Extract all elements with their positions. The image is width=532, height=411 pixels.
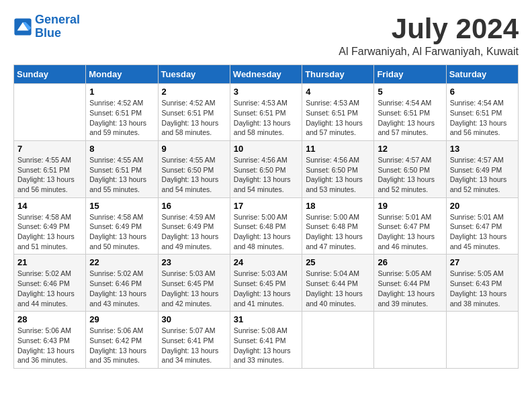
day-number: 9	[162, 144, 226, 154]
calendar-cell: 10Sunrise: 4:56 AM Sunset: 6:50 PM Dayli…	[230, 140, 302, 197]
day-info: Sunrise: 5:04 AM Sunset: 6:44 PM Dayligh…	[306, 269, 370, 308]
day-number: 12	[378, 144, 442, 154]
calendar-cell: 18Sunrise: 5:00 AM Sunset: 6:48 PM Dayli…	[302, 197, 374, 255]
calendar-cell: 29Sunrise: 5:06 AM Sunset: 6:42 PM Dayli…	[86, 312, 158, 369]
day-number: 29	[89, 314, 154, 324]
header-tuesday: Tuesday	[158, 65, 230, 84]
day-info: Sunrise: 4:55 AM Sunset: 6:51 PM Dayligh…	[89, 155, 154, 195]
header-friday: Friday	[374, 65, 446, 84]
calendar-cell: 24Sunrise: 5:03 AM Sunset: 6:45 PM Dayli…	[230, 255, 302, 312]
day-number: 23	[162, 257, 226, 267]
calendar-cell: 14Sunrise: 4:58 AM Sunset: 6:49 PM Dayli…	[14, 197, 86, 255]
day-number: 28	[17, 314, 82, 324]
header-row: SundayMondayTuesdayWednesdayThursdayFrid…	[14, 65, 519, 84]
day-info: Sunrise: 4:58 AM Sunset: 6:49 PM Dayligh…	[17, 212, 82, 252]
day-info: Sunrise: 5:08 AM Sunset: 6:41 PM Dayligh…	[234, 326, 298, 365]
logo-line2: Blue	[35, 26, 61, 40]
calendar-cell: 9Sunrise: 4:55 AM Sunset: 6:50 PM Daylig…	[158, 140, 230, 197]
day-number: 17	[234, 201, 298, 211]
day-number: 5	[378, 87, 442, 97]
header-wednesday: Wednesday	[230, 65, 302, 84]
day-number: 2	[162, 87, 226, 97]
day-info: Sunrise: 5:00 AM Sunset: 6:48 PM Dayligh…	[234, 212, 298, 252]
day-info: Sunrise: 5:01 AM Sunset: 6:47 PM Dayligh…	[378, 212, 442, 252]
day-number: 26	[378, 257, 442, 267]
header-thursday: Thursday	[302, 65, 374, 84]
day-number: 7	[17, 144, 82, 154]
day-number: 21	[17, 257, 82, 267]
day-info: Sunrise: 4:57 AM Sunset: 6:49 PM Dayligh…	[450, 155, 515, 195]
week-row-1: 1Sunrise: 4:52 AM Sunset: 6:51 PM Daylig…	[14, 84, 519, 141]
day-info: Sunrise: 5:05 AM Sunset: 6:44 PM Dayligh…	[378, 269, 442, 308]
calendar-cell: 16Sunrise: 4:59 AM Sunset: 6:49 PM Dayli…	[158, 197, 230, 255]
title-area: July 2024 Al Farwaniyah, Al Farwaniyah, …	[339, 13, 519, 58]
calendar-cell: 7Sunrise: 4:55 AM Sunset: 6:51 PM Daylig…	[14, 140, 86, 197]
week-row-3: 14Sunrise: 4:58 AM Sunset: 6:49 PM Dayli…	[14, 197, 519, 255]
week-row-2: 7Sunrise: 4:55 AM Sunset: 6:51 PM Daylig…	[14, 140, 519, 197]
calendar-cell: 15Sunrise: 4:58 AM Sunset: 6:49 PM Dayli…	[86, 197, 158, 255]
calendar-cell: 30Sunrise: 5:07 AM Sunset: 6:41 PM Dayli…	[158, 312, 230, 369]
header-monday: Monday	[86, 65, 158, 84]
day-number: 8	[89, 144, 154, 154]
calendar-cell: 11Sunrise: 4:56 AM Sunset: 6:50 PM Dayli…	[302, 140, 374, 197]
day-info: Sunrise: 4:54 AM Sunset: 6:51 PM Dayligh…	[450, 98, 515, 138]
logo-text: General Blue	[35, 13, 80, 40]
day-info: Sunrise: 4:52 AM Sunset: 6:51 PM Dayligh…	[162, 98, 226, 138]
calendar-cell: 4Sunrise: 4:53 AM Sunset: 6:51 PM Daylig…	[302, 84, 374, 141]
day-number: 14	[17, 201, 82, 211]
day-info: Sunrise: 5:03 AM Sunset: 6:45 PM Dayligh…	[234, 269, 298, 308]
day-info: Sunrise: 4:52 AM Sunset: 6:51 PM Dayligh…	[89, 98, 154, 138]
logo-line1: General	[35, 13, 80, 26]
day-info: Sunrise: 5:00 AM Sunset: 6:48 PM Dayligh…	[306, 212, 370, 252]
header-sunday: Sunday	[14, 65, 86, 84]
calendar-cell: 28Sunrise: 5:06 AM Sunset: 6:43 PM Dayli…	[14, 312, 86, 369]
day-number: 3	[234, 87, 298, 97]
day-number: 30	[162, 314, 226, 324]
day-number: 11	[306, 144, 370, 154]
logo-icon	[13, 17, 32, 36]
day-info: Sunrise: 4:56 AM Sunset: 6:50 PM Dayligh…	[306, 155, 370, 195]
day-info: Sunrise: 5:07 AM Sunset: 6:41 PM Dayligh…	[162, 326, 226, 365]
day-info: Sunrise: 5:02 AM Sunset: 6:46 PM Dayligh…	[17, 269, 82, 308]
day-info: Sunrise: 5:01 AM Sunset: 6:47 PM Dayligh…	[450, 212, 515, 252]
day-info: Sunrise: 4:53 AM Sunset: 6:51 PM Dayligh…	[306, 98, 370, 138]
day-info: Sunrise: 4:59 AM Sunset: 6:49 PM Dayligh…	[162, 212, 226, 252]
logo: General Blue	[13, 13, 80, 40]
calendar-cell	[374, 312, 446, 369]
calendar-cell: 25Sunrise: 5:04 AM Sunset: 6:44 PM Dayli…	[302, 255, 374, 312]
week-row-5: 28Sunrise: 5:06 AM Sunset: 6:43 PM Dayli…	[14, 312, 519, 369]
calendar-cell	[302, 312, 374, 369]
day-info: Sunrise: 5:03 AM Sunset: 6:45 PM Dayligh…	[162, 269, 226, 308]
calendar-cell: 1Sunrise: 4:52 AM Sunset: 6:51 PM Daylig…	[86, 84, 158, 141]
calendar-cell: 6Sunrise: 4:54 AM Sunset: 6:51 PM Daylig…	[446, 84, 518, 141]
header-saturday: Saturday	[446, 65, 518, 84]
day-info: Sunrise: 4:57 AM Sunset: 6:50 PM Dayligh…	[378, 155, 442, 195]
calendar-cell: 19Sunrise: 5:01 AM Sunset: 6:47 PM Dayli…	[374, 197, 446, 255]
day-info: Sunrise: 5:02 AM Sunset: 6:46 PM Dayligh…	[89, 269, 154, 308]
calendar-cell: 26Sunrise: 5:05 AM Sunset: 6:44 PM Dayli…	[374, 255, 446, 312]
day-number: 25	[306, 257, 370, 267]
calendar-table: SundayMondayTuesdayWednesdayThursdayFrid…	[13, 64, 519, 369]
calendar-cell: 22Sunrise: 5:02 AM Sunset: 6:46 PM Dayli…	[86, 255, 158, 312]
day-info: Sunrise: 4:56 AM Sunset: 6:50 PM Dayligh…	[234, 155, 298, 195]
day-number: 1	[89, 87, 154, 97]
calendar-cell: 27Sunrise: 5:05 AM Sunset: 6:43 PM Dayli…	[446, 255, 518, 312]
day-number: 6	[450, 87, 515, 97]
day-number: 16	[162, 201, 226, 211]
day-number: 4	[306, 87, 370, 97]
day-info: Sunrise: 4:53 AM Sunset: 6:51 PM Dayligh…	[234, 98, 298, 138]
calendar-cell: 2Sunrise: 4:52 AM Sunset: 6:51 PM Daylig…	[158, 84, 230, 141]
page-header: General Blue July 2024 Al Farwaniyah, Al…	[13, 13, 519, 58]
calendar-cell: 31Sunrise: 5:08 AM Sunset: 6:41 PM Dayli…	[230, 312, 302, 369]
day-info: Sunrise: 4:55 AM Sunset: 6:51 PM Dayligh…	[17, 155, 82, 195]
day-info: Sunrise: 4:58 AM Sunset: 6:49 PM Dayligh…	[89, 212, 154, 252]
day-number: 13	[450, 144, 515, 154]
calendar-cell: 8Sunrise: 4:55 AM Sunset: 6:51 PM Daylig…	[86, 140, 158, 197]
day-number: 31	[234, 314, 298, 324]
day-number: 15	[89, 201, 154, 211]
calendar-cell: 21Sunrise: 5:02 AM Sunset: 6:46 PM Dayli…	[14, 255, 86, 312]
calendar-cell: 13Sunrise: 4:57 AM Sunset: 6:49 PM Dayli…	[446, 140, 518, 197]
day-number: 27	[450, 257, 515, 267]
day-number: 18	[306, 201, 370, 211]
week-row-4: 21Sunrise: 5:02 AM Sunset: 6:46 PM Dayli…	[14, 255, 519, 312]
